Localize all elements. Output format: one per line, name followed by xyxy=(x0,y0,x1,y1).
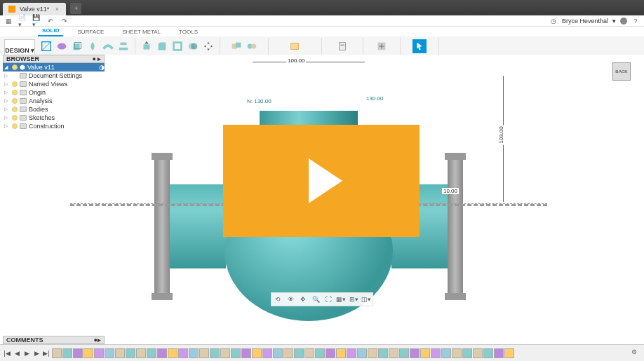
timeline-fwd-icon[interactable]: ▶ xyxy=(32,349,41,357)
timeline-feature[interactable] xyxy=(210,348,220,358)
timeline-feature[interactable] xyxy=(336,348,346,358)
timeline-feature[interactable] xyxy=(62,348,72,358)
timeline-feature[interactable] xyxy=(378,348,388,358)
visibility-icon[interactable] xyxy=(12,98,18,104)
timeline-feature[interactable] xyxy=(420,348,430,358)
play-video-button[interactable] xyxy=(223,125,420,237)
timeline-end-icon[interactable]: ▶| xyxy=(42,349,51,357)
tab-tools[interactable]: TOOLS xyxy=(175,27,202,36)
inspect-icon[interactable] xyxy=(335,39,349,53)
look-at-icon[interactable]: 👁 xyxy=(286,294,295,304)
avatar[interactable] xyxy=(620,18,627,25)
browser-item[interactable]: ▷Construction xyxy=(3,122,105,130)
timeline-feature[interactable] xyxy=(241,348,251,358)
timeline-settings-icon[interactable]: ⚙ xyxy=(631,348,641,358)
timeline-feature[interactable] xyxy=(357,348,367,358)
construct-plane-icon[interactable] xyxy=(288,39,302,53)
expand-icon[interactable]: ▷ xyxy=(4,123,10,129)
tab-sheet-metal[interactable]: SHEET METAL xyxy=(118,27,165,36)
timeline-feature[interactable] xyxy=(262,348,272,358)
fillet-icon[interactable] xyxy=(155,39,169,53)
undo-icon[interactable]: ↶ xyxy=(46,17,55,25)
visibility-icon[interactable] xyxy=(12,81,18,87)
browser-item[interactable]: ▷Bodies xyxy=(3,105,105,114)
timeline-feature[interactable] xyxy=(368,348,377,358)
timeline-feature[interactable] xyxy=(431,348,441,358)
timeline-feature[interactable] xyxy=(504,348,514,358)
new-component-icon[interactable] xyxy=(229,39,243,53)
combine-icon[interactable] xyxy=(186,39,200,53)
expand-icon[interactable]: ▷ xyxy=(4,98,10,104)
timeline-feature[interactable] xyxy=(105,348,114,358)
timeline-feature[interactable] xyxy=(452,348,462,358)
visibility-icon[interactable] xyxy=(12,107,18,112)
timeline-feature[interactable] xyxy=(473,348,483,358)
insert-icon[interactable] xyxy=(375,39,389,53)
comments-expand-icon[interactable]: ▸ xyxy=(98,336,101,343)
file-menu-icon[interactable]: 📄▾ xyxy=(18,17,27,25)
user-name[interactable]: Bryce Heventhal xyxy=(562,18,608,25)
browser-item[interactable]: ▷Named Views xyxy=(3,80,105,88)
browser-item[interactable]: ▷Origin xyxy=(3,88,105,97)
browser-root[interactable]: ◢⬢Valve v11◑ xyxy=(3,63,105,71)
tab-surface[interactable]: SURFACE xyxy=(73,27,108,36)
close-tab-icon[interactable]: × xyxy=(53,6,60,13)
fit-icon[interactable]: ⛶ xyxy=(323,294,333,304)
save-icon[interactable]: 💾▾ xyxy=(32,17,41,25)
timeline-feature[interactable] xyxy=(441,348,451,358)
select-icon[interactable] xyxy=(412,39,427,53)
shell-icon[interactable] xyxy=(170,39,185,53)
browser-item[interactable]: ▷Analysis xyxy=(3,97,105,105)
timeline-feature[interactable] xyxy=(83,348,93,358)
browser-item[interactable]: ▷Document Settings xyxy=(3,71,105,80)
tab-solid[interactable]: SOLID xyxy=(38,26,63,36)
browser-pin-icon[interactable]: ● xyxy=(93,55,96,62)
expand-icon[interactable]: ▷ xyxy=(4,107,10,112)
timeline-feature[interactable] xyxy=(273,348,283,358)
timeline-start-icon[interactable]: |◀ xyxy=(3,349,11,357)
timeline-feature[interactable] xyxy=(157,348,167,358)
timeline-feature[interactable] xyxy=(410,348,420,358)
timeline-feature[interactable] xyxy=(94,348,104,358)
timeline-feature[interactable] xyxy=(147,348,156,358)
visibility-icon[interactable] xyxy=(12,115,18,121)
timeline-feature[interactable] xyxy=(231,348,241,358)
timeline-feature[interactable] xyxy=(199,348,209,358)
loft-icon[interactable] xyxy=(116,39,130,53)
timeline-feature[interactable] xyxy=(483,348,493,358)
expand-icon[interactable]: ▷ xyxy=(4,90,10,95)
timeline-feature[interactable] xyxy=(315,348,325,358)
timeline-feature[interactable] xyxy=(52,348,62,358)
timeline-feature[interactable] xyxy=(73,348,83,358)
new-tab-button[interactable]: + xyxy=(70,3,81,14)
timeline-feature[interactable] xyxy=(294,348,304,358)
data-panel-icon[interactable]: ▦ xyxy=(4,17,13,25)
timeline-play-icon[interactable]: ▶ xyxy=(22,349,31,357)
new-sketch-icon[interactable] xyxy=(39,39,53,53)
view-cube-face[interactable]: BACK xyxy=(612,62,631,81)
sweep-icon[interactable] xyxy=(101,39,115,53)
display-settings-icon[interactable]: ▦▾ xyxy=(336,294,346,304)
timeline-feature[interactable] xyxy=(399,348,409,358)
help-icon[interactable]: ? xyxy=(631,17,640,25)
timeline-feature[interactable] xyxy=(126,348,135,358)
extrude-icon[interactable] xyxy=(70,39,84,53)
timeline-feature[interactable] xyxy=(283,348,293,358)
create-form-icon[interactable] xyxy=(55,39,69,53)
timeline-feature[interactable] xyxy=(220,348,230,358)
job-status-icon[interactable]: ◷ xyxy=(549,17,558,25)
view-cube[interactable]: BACK xyxy=(609,59,634,84)
browser-item[interactable]: ▷Sketches xyxy=(3,114,105,122)
timeline-back-icon[interactable]: ◀ xyxy=(13,349,21,357)
redo-icon[interactable]: ↷ xyxy=(60,17,69,25)
grid-icon[interactable]: ⊞▾ xyxy=(349,294,358,304)
pan-icon[interactable]: ✥ xyxy=(298,294,308,304)
visibility-icon[interactable] xyxy=(12,90,18,95)
timeline-feature[interactable] xyxy=(252,348,262,358)
joint-icon[interactable] xyxy=(245,39,259,53)
timeline-feature[interactable] xyxy=(304,348,314,358)
user-menu-chevron-icon[interactable]: ▾ xyxy=(612,18,616,25)
timeline-feature[interactable] xyxy=(136,348,146,358)
viewports-icon[interactable]: ◫▾ xyxy=(361,294,371,304)
timeline-feature[interactable] xyxy=(189,348,199,358)
